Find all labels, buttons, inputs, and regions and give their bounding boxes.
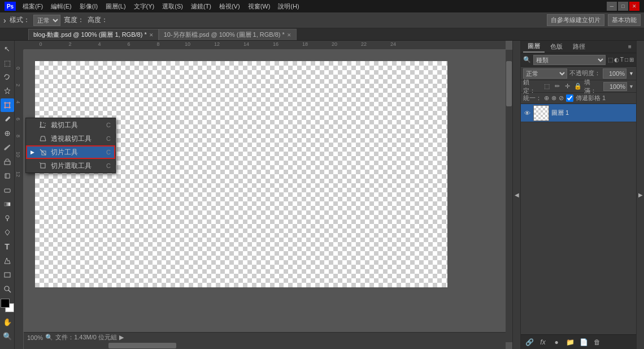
title-bar: Ps 檔案(F) 編輯(E) 影像(I) 圖層(L) 文字(Y) 選取(S) 濾… [0,0,644,12]
vertical-scrollbar[interactable] [506,50,512,342]
menu-text[interactable]: 文字(Y) [130,1,158,12]
basic-func-button[interactable]: 基本功能 [608,14,641,26]
lock-all-btn[interactable]: 🔒 [573,82,582,91]
svg-marker-0 [5,88,10,94]
blend-if-check[interactable] [566,94,573,102]
vertical-ruler: 0 2 4 6 8 10 12 [15,50,24,349]
unify-icon2[interactable]: ⊗ [551,94,556,102]
menu-item-crop[interactable]: 裁切工具 C [26,118,115,132]
canvas-scroll-area[interactable] [24,50,506,342]
dodge-btn[interactable] [1,212,14,225]
menu-item-persp-crop[interactable]: 透視裁切工具 C [26,132,115,145]
tool-options-arrow[interactable]: › [3,16,6,25]
maximize-button[interactable]: □ [618,2,628,11]
menu-layer[interactable]: 圖層(L) [102,1,129,12]
channels-tab[interactable]: 色版 [546,41,567,52]
foreground-background-colors[interactable] [1,299,14,312]
hand-btn[interactable]: ✋ [1,315,14,329]
horizontal-scrollbar[interactable] [24,342,506,349]
blend-if-label: 傳遞影格 1 [576,94,606,102]
svg-rect-11 [5,189,10,192]
filter-smart-icon[interactable]: ⊞ [629,57,634,63]
menu-select[interactable]: 選取(S) [159,1,186,12]
blend-mode-select[interactable]: 正常 [523,68,567,79]
move-tool-btn[interactable]: ↖ [1,42,14,55]
opacity-arrow[interactable]: ▼ [629,71,634,76]
pen-btn[interactable] [1,226,14,239]
style-select[interactable]: 正常 [33,15,60,26]
magic-wand-btn[interactable] [1,84,14,98]
fill-arrow[interactable]: ▼ [629,84,634,89]
layer-thumbnail [533,105,549,121]
paths-tab[interactable]: 路徑 [568,41,590,52]
lock-image-btn[interactable]: ✏ [553,82,562,91]
lock-position-btn[interactable]: ✛ [563,82,572,91]
menu-file[interactable]: 檔案(F) [19,1,46,12]
minimize-button[interactable]: ─ [607,2,617,11]
crop-tool-btn[interactable] [1,98,14,112]
fill-input[interactable] [603,82,627,91]
menu-item-slice[interactable]: ▶ 切片工具 C [26,145,115,159]
new-group-btn[interactable]: 📁 [564,337,576,347]
filter-text-icon[interactable]: T [620,57,624,63]
h-scrollbar-thumb[interactable] [108,343,176,348]
layer-item-0[interactable]: 👁 圖層 1 [521,104,636,122]
ruler-v-label: 10 [15,152,21,157]
tab-1[interactable]: 10-另存新檔.psd @ 100% (圖層 1, RGB/8) * ✕ [159,29,297,40]
panel-options-btn[interactable]: ≡ [626,43,634,51]
zoom-btn[interactable] [1,282,14,296]
add-mask-btn[interactable]: ● [550,337,563,347]
menu-window[interactable]: 視窗(W) [245,1,274,12]
menu-edit[interactable]: 編輯(E) [47,1,75,12]
filter-shape-icon[interactable]: □ [625,57,628,63]
brush-btn[interactable] [1,141,14,154]
path-selection-btn[interactable] [1,254,14,268]
filter-pixel-icon[interactable]: ⬚ [608,57,613,63]
unify-icon1[interactable]: ⊕ [544,94,549,102]
eyedropper-btn[interactable] [1,113,14,126]
gradient-btn[interactable] [1,197,14,211]
unify-icon3[interactable]: ⊘ [559,94,564,102]
self-ref-button[interactable]: 自參考線建立切片 [547,14,604,26]
layer-filter-select[interactable]: 種類 [533,55,606,65]
eraser-btn[interactable] [1,183,14,197]
right-collapse-btn[interactable]: ◀ [512,41,520,349]
history-brush-btn[interactable] [1,169,14,183]
status-arrow[interactable]: ▶ [119,334,124,341]
link-layers-btn[interactable]: 🔗 [523,337,536,347]
zoom-tool-btn2[interactable]: 🔍 [1,329,14,343]
outer-right-collapse[interactable]: ▶ [636,41,644,349]
clone-stamp-btn[interactable] [1,155,14,169]
menu-filter[interactable]: 濾鏡(T) [188,1,215,12]
ruler-h-label: 4 [98,41,101,47]
tab-0[interactable]: blog-動畫.psd @ 100% (圖層 1, RGB/8) * ✕ [28,29,159,40]
ruler-h-label: 18 [302,41,308,47]
ruler-h-label: 20 [332,41,337,47]
lock-transparent-btn[interactable]: ⬚ [543,82,551,91]
fx-btn[interactable]: fx [537,337,549,347]
delete-layer-btn[interactable]: 🗑 [591,337,603,347]
tab-1-close[interactable]: ✕ [287,32,291,38]
new-layer-btn[interactable]: 📄 [577,337,590,347]
menu-image[interactable]: 影像(I) [76,1,101,12]
filter-adj-icon[interactable]: ◐ [614,57,619,63]
svg-rect-1 [5,103,10,107]
lasso-tool-btn[interactable] [1,70,14,84]
rectangle-shape-btn[interactable] [1,268,14,282]
menu-view[interactable]: 檢視(V) [216,1,243,12]
zoom-icon[interactable]: 🔍 [45,334,53,341]
type-btn[interactable]: T [1,240,14,253]
opacity-input[interactable] [603,68,626,79]
marquee-tool-btn[interactable]: ⬚ [1,56,14,70]
layers-tab[interactable]: 圖層 [523,41,545,53]
menu-item-slice-select[interactable]: 切片選取工具 C [26,159,115,173]
v-scrollbar-thumb[interactable] [506,61,512,106]
layer-visibility-toggle[interactable]: 👁 [523,109,531,117]
close-button[interactable]: ✕ [629,2,639,11]
menu-help[interactable]: 說明(H) [275,1,302,12]
right-panel: 圖層 色版 路徑 ≡ 🔍 種類 ⬚ ◐ T □ ⊞ [520,41,636,349]
foreground-color[interactable] [1,299,10,308]
tab-0-close[interactable]: ✕ [149,32,154,38]
healing-brush-btn[interactable] [1,127,14,140]
canvas[interactable] [35,61,447,287]
